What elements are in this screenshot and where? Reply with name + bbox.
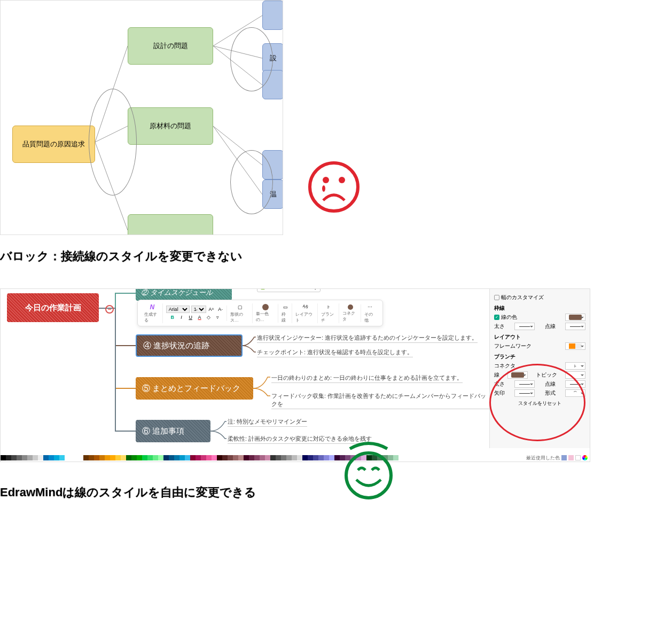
sub-6a[interactable]: 注: 特別なメモやリマインダー <box>228 417 307 427</box>
child-node-3[interactable] <box>128 214 213 235</box>
sp-width-custom[interactable]: 幅のカスタマイズ <box>494 294 585 301</box>
svg-point-11 <box>322 185 325 192</box>
child-node-2-label: 原材料の問題 <box>150 121 191 131</box>
tb-shape-label: 形状のス… <box>230 311 250 323</box>
node-4-label: ④ 進捗状況の追跡 <box>143 341 209 351</box>
sp-thickness-select[interactable] <box>514 323 535 330</box>
sp-border-section: 枠線 <box>494 304 585 312</box>
border-icon[interactable]: ▭ <box>282 303 289 311</box>
sp-dotted2-label: 点線 <box>545 380 556 388</box>
child-node-1-label: 設計の問題 <box>153 41 188 51</box>
sp-format-select[interactable]: ⌒ <box>565 389 585 397</box>
sp-line-color-select[interactable] <box>565 314 585 321</box>
floating-toolbar: N 生成する Arial 14 A+ A- B I U A ◇ ▿ <box>137 300 383 326</box>
root-node-label: 品質問題の原因追求 <box>22 139 85 149</box>
canvas-area[interactable]: 今日の作業計画 − ② タイムスケジュール 08:00 - 15:00 : 7.… <box>1 289 489 448</box>
tb-fill-group: 単一色の… <box>254 304 278 323</box>
checkbox-empty-icon[interactable] <box>494 295 499 300</box>
root-node[interactable]: 品質問題の原因追求 <box>12 126 95 163</box>
tb-fill-label: 単一色の… <box>256 311 276 323</box>
tb-other-group: ⋯ その他 <box>362 303 378 323</box>
svg-point-10 <box>339 177 345 183</box>
sp-line-label: 線 <box>494 371 499 379</box>
layout-icon[interactable]: ⅍ <box>301 303 309 311</box>
more-format-icon[interactable]: ▿ <box>214 314 222 321</box>
sad-face-icon <box>304 158 363 216</box>
time-icon <box>261 288 265 290</box>
root-label: 今日の作業計画 <box>25 303 81 313</box>
tb-connector-group: コネクタ <box>340 304 361 322</box>
underline-icon[interactable]: U <box>187 314 194 321</box>
tb-branch-group: ⊦ ブランチ <box>319 303 340 323</box>
tb-border-label: 枠線 <box>282 311 290 323</box>
connector-icon[interactable] <box>348 304 353 310</box>
node-4-progress[interactable]: ④ 進捗状況の追跡 <box>136 334 243 357</box>
recent-swatch-3[interactable] <box>575 455 581 460</box>
tb-generate-label: 生成する <box>144 311 160 323</box>
font-decrease-icon[interactable]: A- <box>217 306 224 313</box>
group-ellipse-3 <box>230 150 273 214</box>
tb-connector-label: コネクタ <box>342 310 358 322</box>
branch-icon[interactable]: ⊦ <box>325 303 332 311</box>
recent-swatch-1[interactable] <box>561 455 567 460</box>
tb-shape-group: ▢ 形状のス… <box>228 303 253 323</box>
child-node-1[interactable]: 設計の問題 <box>128 27 213 65</box>
time-pill[interactable]: 08:00 - 15:00 : 7.0 時 <box>257 288 321 292</box>
font-select[interactable]: Arial <box>166 306 190 313</box>
checkbox-checked-icon[interactable]: ✓ <box>494 315 499 320</box>
tb-layout-group: ⅍ レイアウト <box>293 303 318 323</box>
leaf-node-1[interactable] <box>262 1 283 30</box>
node-6-additional[interactable]: ⑥ 追加事項 <box>136 420 210 442</box>
sp-topic-select[interactable] <box>565 371 585 379</box>
tb-generate-group: N 生成する <box>142 303 163 323</box>
sp-line-color-label: 線の色 <box>501 314 517 321</box>
sp-branch-section: ブランチ <box>494 353 585 361</box>
clear-format-icon[interactable]: ◇ <box>205 314 213 321</box>
caption-1: バロック：接続線のスタイルを変更できない <box>0 248 672 264</box>
size-select[interactable]: 14 <box>191 306 206 313</box>
svg-point-12 <box>346 453 391 498</box>
more-icon[interactable]: ⋯ <box>366 303 374 311</box>
recent-label-text: 最近使用した色 <box>526 455 560 462</box>
root-node-today-plan[interactable]: 今日の作業計画 <box>7 293 99 322</box>
ai-icon[interactable]: N <box>149 303 156 311</box>
shape-icon[interactable]: ▢ <box>236 303 244 311</box>
tb-border-group: ▭ 枠線 <box>279 303 292 323</box>
sp-arrow-select[interactable] <box>514 389 535 397</box>
child-node-2[interactable]: 原材料の問題 <box>128 107 213 145</box>
sp-framework-select[interactable] <box>565 342 585 350</box>
sub-4a[interactable]: 進行状況インジケーター: 進行状況を追跡するためのインジケーターを設定します。 <box>257 333 478 343</box>
sp-line-select[interactable] <box>507 371 528 379</box>
sp-reset-button[interactable]: スタイルをリセット <box>494 400 585 407</box>
recent-swatch-2[interactable] <box>568 455 574 460</box>
sp-dotted2-select[interactable] <box>565 380 585 388</box>
sp-dotted-label: 点線 <box>545 323 556 330</box>
tb-font-group: Arial 14 A+ A- B I U A ◇ ▿ <box>164 306 227 321</box>
italic-icon[interactable]: I <box>178 314 185 321</box>
fill-icon[interactable] <box>262 304 269 310</box>
sp-connector-label: コネクタ <box>494 362 515 370</box>
color-cells-left[interactable] <box>1 455 65 460</box>
sp-topic-label: トピック <box>536 371 557 379</box>
font-increase-icon[interactable]: A+ <box>208 306 215 313</box>
sub-5a[interactable]: 一日の終わりのまとめ: 一日の終わりに仕事をまとめる計画を立てます。 <box>271 373 463 383</box>
sub-5b[interactable]: フィードバック収集: 作業計画を改善するためにチームメンバーからフィードバックを <box>271 392 489 409</box>
group-ellipse-1 <box>230 27 273 91</box>
sp-layout-section: レイアウト <box>494 333 585 341</box>
color-wheel-icon[interactable] <box>582 455 588 460</box>
sp-thickness2-select[interactable] <box>514 380 535 388</box>
collapse-icon[interactable]: − <box>105 305 114 314</box>
bold-icon[interactable]: B <box>169 314 176 321</box>
top-diagram: 品質問題の原因追求 設計の問題 原材料の問題 設 温 <box>0 0 283 235</box>
font-color-icon[interactable]: A <box>196 314 204 321</box>
sp-connector-select[interactable]: ⊦ <box>565 362 585 370</box>
tb-other-label: その他 <box>364 311 376 323</box>
sub-4b[interactable]: チェックポイント: 進行状況を確認する時点を設定します。 <box>257 348 413 357</box>
node-2-schedule[interactable]: ② タイムスケジュール <box>136 288 232 301</box>
sp-dotted-select[interactable] <box>565 323 585 330</box>
edrawmind-screenshot: 今日の作業計画 − ② タイムスケジュール 08:00 - 15:00 : 7.… <box>0 288 590 462</box>
node-5-summary[interactable]: ⑤ まとめとフィードバック <box>136 377 253 400</box>
side-panel: 幅のカスタマイズ 枠線 ✓線の色 太さ 点線 レイアウト フレームワーク ブラン… <box>489 289 590 448</box>
tb-branch-label: ブランチ <box>321 311 337 323</box>
sp-thickness-label: 太さ <box>494 323 505 330</box>
